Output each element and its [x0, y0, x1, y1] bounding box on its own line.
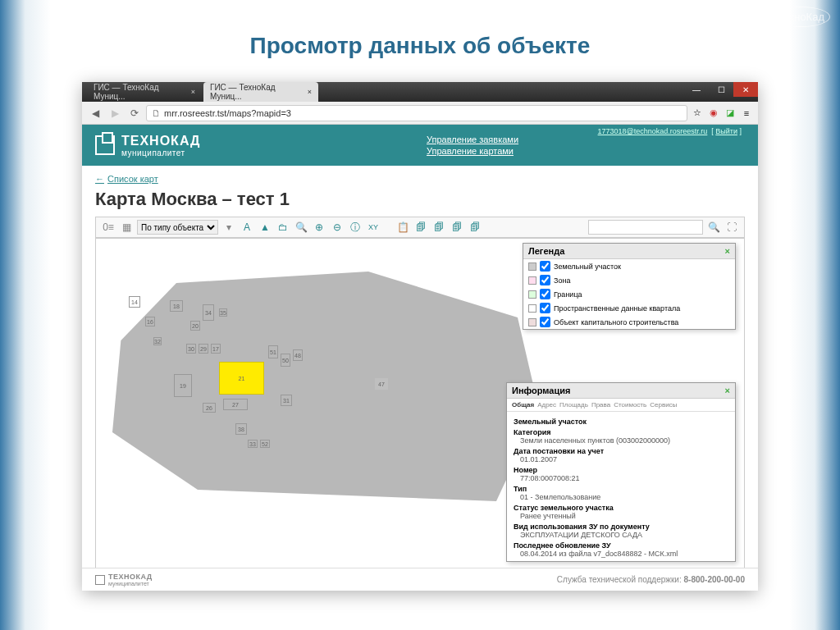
info-tab[interactable]: Стоимость: [614, 401, 646, 409]
map-view[interactable]: 14 16 18 20 32 34 35 30 29 17 51 50 48 2…: [95, 238, 745, 582]
info-field-value: Земли населенных пунктов (003002000000): [514, 436, 728, 445]
zoom-out-icon[interactable]: ⊖: [330, 220, 345, 235]
dropdown-icon[interactable]: ▾: [221, 220, 236, 235]
marker-icon[interactable]: ▲: [258, 220, 272, 235]
search-icon[interactable]: 🔍: [294, 220, 308, 235]
parcel[interactable]: 35: [219, 308, 227, 317]
logo-icon: [95, 135, 115, 155]
slide-title: Просмотр данных об объекте: [0, 0, 840, 59]
menu-icon[interactable]: ≡: [740, 107, 753, 120]
page-title: Карта Москва – тест 1: [95, 189, 745, 210]
close-icon[interactable]: ×: [191, 88, 195, 96]
logo: ТЕХНОКАД муниципалитет: [95, 134, 200, 158]
counter-icon[interactable]: 0≡: [101, 220, 116, 235]
fullscreen-icon[interactable]: ⛶: [724, 220, 739, 235]
info-panel: Информация× ОбщаяАдресПлощадьПраваСтоимо…: [506, 382, 736, 562]
ext-icon[interactable]: ◉: [707, 107, 720, 120]
reload-button[interactable]: ⟳: [126, 105, 143, 121]
back-button[interactable]: ◀: [87, 105, 103, 121]
url-field[interactable]: 🗋mrr.rosreestr.tst/maps?mapid=3: [146, 105, 687, 121]
legend-item: Граница: [523, 287, 735, 301]
close-icon[interactable]: ×: [725, 246, 730, 256]
info-icon[interactable]: ⓘ: [348, 220, 363, 235]
legend-item: Объект капитального строительства: [523, 315, 735, 329]
xy-icon[interactable]: XY: [366, 220, 381, 235]
maximize-button[interactable]: ☐: [709, 82, 733, 97]
info-tabs: ОбщаяАдресПлощадьПраваСтоимостьСервисы: [507, 399, 735, 412]
info-field-value: 08.04.2014 из файла v7_doc848882 - МСК.x…: [514, 550, 728, 558]
parcel[interactable]: 38: [235, 423, 247, 435]
info-field-value: 01 - Землепользование: [514, 493, 728, 501]
parcel[interactable]: 34: [203, 304, 214, 321]
tab-0[interactable]: ГИС — ТехноКад Муниц...×: [87, 82, 202, 102]
parcel[interactable]: 19: [174, 374, 192, 397]
info-field-label: Номер: [514, 466, 728, 474]
parcel[interactable]: 51: [268, 345, 278, 358]
filter-select[interactable]: По типу объекта: [137, 220, 218, 235]
legend-checkbox[interactable]: [540, 303, 550, 313]
parcel[interactable]: 33: [248, 440, 258, 448]
parcel[interactable]: 32: [153, 337, 162, 345]
legend-checkbox[interactable]: [540, 275, 550, 285]
link-requests[interactable]: Управление заявками: [427, 135, 518, 144]
toolbar: 0≡ ▦ По типу объекта ▾ A ▲ 🗀 🔍 ⊕ ⊖ ⓘ XY …: [95, 217, 745, 238]
layer-icon[interactable]: 🗐: [468, 220, 482, 235]
info-field-value: ЭКСПЛУАТАЦИИ ДЕТСКОГО САДА: [514, 531, 728, 539]
close-button[interactable]: ✕: [733, 82, 758, 97]
back-link[interactable]: Список карт: [95, 174, 745, 184]
star-icon[interactable]: ☆: [691, 107, 704, 120]
parcel[interactable]: 47: [375, 378, 388, 390]
parcel[interactable]: 52: [260, 440, 270, 448]
forward-button[interactable]: ▶: [107, 105, 123, 121]
ext-icon[interactable]: ◪: [724, 107, 737, 120]
parcel[interactable]: 17: [211, 344, 221, 354]
zoom-in-icon[interactable]: ⊕: [312, 220, 326, 235]
legend-checkbox[interactable]: [540, 289, 550, 299]
layer-icon[interactable]: 🗐: [431, 220, 446, 235]
parcel[interactable]: 27: [223, 399, 248, 410]
parcel[interactable]: 50: [281, 354, 290, 367]
list-icon[interactable]: ▦: [119, 220, 134, 235]
parcel[interactable]: 30: [186, 344, 196, 354]
logout-link[interactable]: Выйти: [715, 127, 737, 135]
search-input[interactable]: [588, 220, 703, 235]
folder-icon[interactable]: 🗀: [276, 220, 290, 235]
parcel[interactable]: 48: [293, 349, 303, 361]
info-tab[interactable]: Общая: [512, 401, 534, 409]
close-icon[interactable]: ×: [725, 386, 730, 395]
content: Список карт Карта Москва – тест 1 0≡ ▦ П…: [82, 166, 758, 568]
layer-icon[interactable]: 🗐: [413, 220, 428, 235]
link-maps[interactable]: Управление картами: [427, 146, 518, 156]
user-email[interactable]: 1773018@technokad.rosreestr.ru: [598, 127, 708, 135]
layer-icon[interactable]: 📋: [395, 220, 410, 235]
text-icon[interactable]: A: [240, 220, 254, 235]
info-tab[interactable]: Площадь: [559, 401, 588, 409]
user-bar: 1773018@technokad.rosreestr.ru [ Выйти ]: [598, 127, 742, 135]
parcel-selected[interactable]: 21: [219, 362, 264, 395]
layer-icon[interactable]: 🗐: [450, 220, 464, 235]
parcel[interactable]: 16: [145, 317, 155, 326]
legend-item: Земельный участок: [523, 259, 735, 273]
tab-1[interactable]: ГИС — ТехноКад Муниц...×: [203, 82, 318, 102]
info-field-value: Ранее учтенный: [514, 512, 728, 520]
info-tab[interactable]: Сервисы: [650, 401, 677, 409]
close-icon[interactable]: ×: [308, 88, 312, 96]
info-tab[interactable]: Права: [591, 401, 610, 409]
info-title: Информация: [512, 386, 570, 395]
parcel[interactable]: 20: [190, 321, 200, 331]
legend-panel: Легенда× Земельный участокЗонаГраницаПро…: [523, 243, 736, 330]
info-tab[interactable]: Адрес: [537, 401, 556, 409]
minimize-button[interactable]: —: [684, 82, 709, 97]
legend-checkbox[interactable]: [540, 261, 550, 272]
parcel[interactable]: 14: [129, 296, 140, 308]
parcel[interactable]: 26: [203, 403, 216, 413]
search-icon[interactable]: 🔍: [706, 220, 721, 235]
info-field-label: Дата постановки на учет: [514, 447, 728, 455]
parcel[interactable]: 18: [170, 300, 183, 312]
info-field-label: Статус земельного участка: [514, 504, 728, 512]
legend-checkbox[interactable]: [540, 317, 550, 327]
info-field-label: Категория: [514, 428, 728, 436]
parcel[interactable]: 29: [199, 344, 208, 354]
legend-title: Легенда: [528, 246, 564, 256]
parcel[interactable]: 31: [281, 395, 292, 406]
